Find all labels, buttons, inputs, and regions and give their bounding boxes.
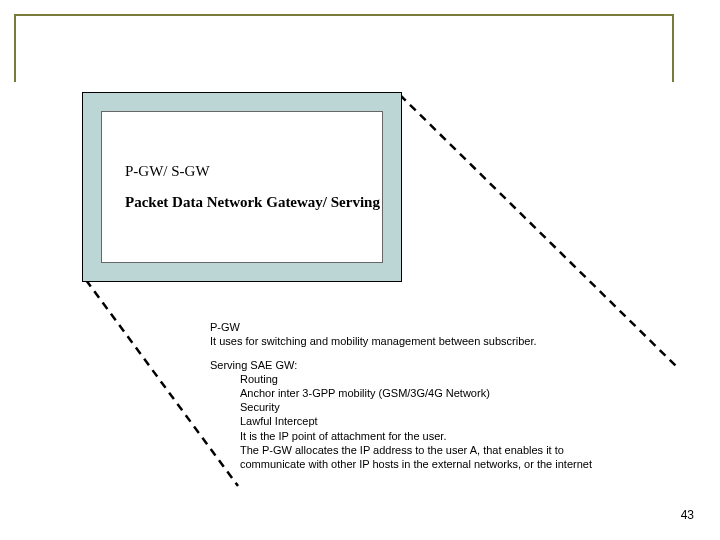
gateway-box-inner: P-GW/ S-GW Packet Data Network Gateway/ … (101, 111, 383, 263)
sae-item: Anchor inter 3-GPP mobility (GSM/3G/4G N… (240, 386, 630, 400)
description-block: P-GW It uses for switching and mobility … (210, 320, 630, 471)
sae-item: The P-GW allocates the IP address to the… (240, 443, 630, 471)
box-title: P-GW/ S-GW (125, 163, 210, 180)
sae-item: It is the IP point of attachment for the… (240, 429, 630, 443)
page-number: 43 (681, 508, 694, 522)
gateway-box: P-GW/ S-GW Packet Data Network Gateway/ … (82, 92, 402, 282)
pgw-text: It uses for switching and mobility manag… (210, 334, 630, 348)
sae-item: Security (240, 400, 630, 414)
sae-heading: Serving SAE GW: (210, 358, 630, 372)
sae-item: Lawful Intercept (240, 414, 630, 428)
pgw-heading: P-GW (210, 320, 630, 334)
box-subtitle: Packet Data Network Gateway/ Serving (125, 194, 380, 211)
slide-frame (14, 14, 674, 82)
sae-item: Routing (240, 372, 630, 386)
